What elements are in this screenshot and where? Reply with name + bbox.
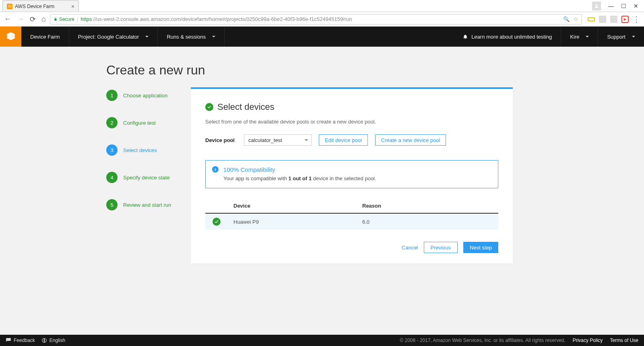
wizard-stepper: 1 Choose application 2 Configure test 3 … [106,87,183,227]
feedback-link[interactable]: Feedback [6,338,35,343]
device-table: Device Reason Huawei P9 6.0 [205,199,498,230]
nav-runs-dropdown[interactable]: Runs & sessions [158,27,225,47]
device-pool-value: calculator_test [248,137,282,143]
step-configure-test[interactable]: 2 Configure test [106,117,183,128]
extension-icons: ▸ ⋮ [586,15,640,24]
extension-icon[interactable] [599,16,606,23]
browser-address-bar: ← → ⟳ ⌂ Secure | https://us-west-2.conso… [0,12,644,27]
step-label: Select devices [123,147,157,153]
nav-learn-more[interactable]: Learn more about unlimited testing [454,27,561,47]
nav-home-icon[interactable]: ⌂ [41,15,46,23]
panel-subtitle: Select from one of the available device … [205,119,498,125]
chrome-profile-icon[interactable] [592,2,601,10]
nav-back-icon[interactable]: ← [4,15,11,23]
window-controls: — ☐ ✕ [592,0,644,12]
step-label: Specify device state [123,175,170,181]
edit-device-pool-button[interactable]: Edit device pool [319,134,368,146]
step-select-devices[interactable]: 3 Select devices [106,144,183,156]
step-label: Review and start run [123,202,171,208]
compatibility-info-box: i 100% Compatibility Your app is compati… [205,160,498,188]
step-number: 2 [106,117,118,128]
step-number: 3 [106,144,118,156]
extension-icon[interactable] [588,17,595,21]
secure-indicator: Secure [54,16,74,22]
info-body: Your app is compatible with 1 out of 1 d… [223,175,491,181]
url-text: https://us-west-2.console.aws.amazon.com… [80,16,352,22]
window-close-icon[interactable]: ✕ [634,3,638,9]
tab-favicon [7,4,12,9]
step-number: 1 [106,90,118,101]
window-maximize-icon[interactable]: ☐ [621,3,626,9]
next-step-button[interactable]: Next step [463,242,498,253]
cell-reason: 6.0 [357,213,498,230]
wizard-panel: Select devices Select from one of the av… [191,87,513,264]
check-circle-icon [205,103,213,111]
info-title: 100% Compatibility [223,166,491,173]
step-review-start[interactable]: 5 Review and start run [106,199,183,210]
bell-icon [462,34,468,39]
table-row[interactable]: Huawei P9 6.0 [205,213,498,230]
aws-logo-icon[interactable] [0,27,21,47]
page-body: Create a new run 1 Choose application 2 … [0,47,644,335]
device-pool-label: Device pool [205,137,237,143]
nav-reload-icon[interactable]: ⟳ [30,15,36,24]
aws-footer: Feedback English © 2008 - 2017, Amazon W… [0,335,644,346]
step-number: 4 [106,172,118,183]
nav-project-dropdown[interactable]: Project: Google Calculator [69,27,158,47]
extension-icon[interactable]: ▸ [621,16,629,23]
nav-support-dropdown[interactable]: Support [598,27,644,47]
info-icon: i [212,166,219,173]
nav-forward-icon[interactable]: → [17,15,24,23]
previous-button[interactable]: Previous [424,242,458,253]
col-status [205,199,228,213]
nav-service[interactable]: Device Farm [21,27,69,47]
tab-title: AWS Device Farm [15,4,54,9]
step-label: Choose application [123,93,168,99]
copyright-text: © 2008 - 2017, Amazon Web Services, Inc.… [400,338,565,343]
panel-title: Select devices [217,102,275,112]
tab-close-icon[interactable]: × [71,3,74,10]
cell-device: Huawei P9 [228,213,357,230]
step-specify-device-state[interactable]: 4 Specify device state [106,172,183,183]
chrome-menu-icon[interactable]: ⋮ [633,15,640,24]
bookmark-star-icon[interactable]: ☆ [574,16,578,22]
col-reason: Reason [357,199,498,213]
extension-icon[interactable] [610,16,617,23]
check-circle-icon [213,218,221,226]
page-title: Create a new run [106,63,513,78]
browser-tab-strip: AWS Device Farm × — ☐ ✕ [0,0,644,12]
create-device-pool-button[interactable]: Create a new device pool [375,134,446,146]
aws-top-nav: Device Farm Project: Google Calculator R… [0,27,644,47]
privacy-policy-link[interactable]: Privacy Policy [573,338,603,343]
step-label: Configure test [123,120,156,126]
zoom-icon[interactable]: 🔍 [563,16,570,22]
omnibox[interactable]: Secure | https://us-west-2.console.aws.a… [50,14,582,25]
wizard-actions: Cancel Previous Next step [205,242,498,253]
language-selector[interactable]: English [41,338,65,343]
cancel-link[interactable]: Cancel [402,245,418,251]
nav-user-dropdown[interactable]: Kire [561,27,598,47]
step-number: 5 [106,199,118,210]
col-device: Device [228,199,357,213]
step-choose-application[interactable]: 1 Choose application [106,90,183,101]
window-minimize-icon[interactable]: — [608,3,614,9]
browser-tab[interactable]: AWS Device Farm × [2,0,79,12]
terms-of-use-link[interactable]: Terms of Use [610,338,638,343]
device-pool-select[interactable]: calculator_test [244,134,312,146]
